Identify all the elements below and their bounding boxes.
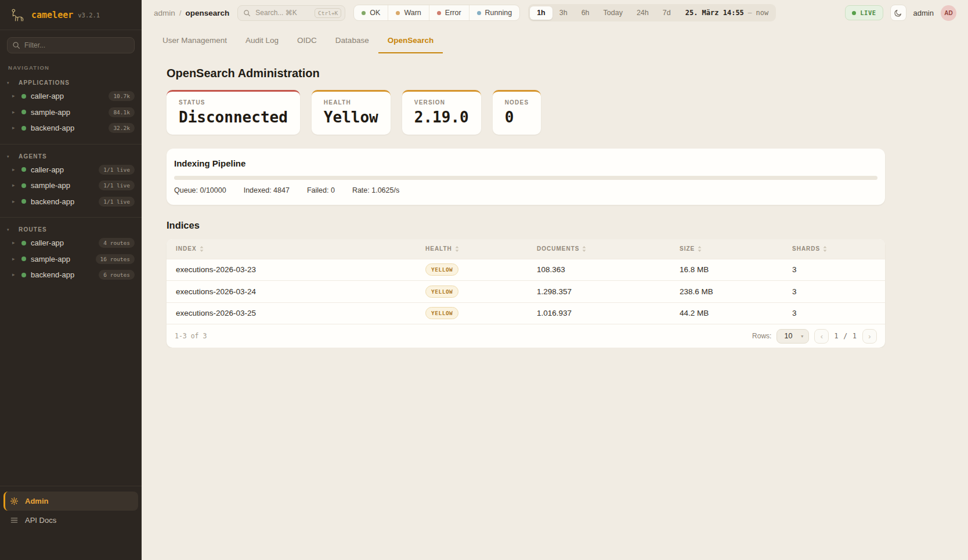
stat-value: Yellow xyxy=(324,109,378,126)
pipeline-progress-bar xyxy=(174,176,877,180)
time-range-3h[interactable]: 3h xyxy=(552,6,575,20)
sidebar-item-app-backend-app[interactable]: ▸ backend-app 32.2k xyxy=(0,120,142,136)
column-label: SHARDS xyxy=(792,245,820,252)
sidebar-item-route-backend-app[interactable]: ▸ backend-app 6 routes xyxy=(0,267,142,283)
tab-oidc[interactable]: OIDC xyxy=(288,30,326,53)
tab-opensearch[interactable]: OpenSearch xyxy=(378,30,443,53)
stat-cards: STATUS Disconnected HEALTH Yellow VERSIO… xyxy=(167,90,968,135)
running-dot-icon xyxy=(477,11,481,15)
main-area: admin / opensearch Ctrl+K OK Warn Error xyxy=(142,0,968,560)
sidebar-item-app-sample-app[interactable]: ▸ sample-app 84.1k xyxy=(0,104,142,121)
sidebar-item-agent-caller-app[interactable]: ▸ caller-app 1/1 live xyxy=(0,162,142,178)
brand-name: cameleer xyxy=(31,10,73,20)
sidebar: cameleer v3.2.1 NAVIGATION ▾ APPLICATION… xyxy=(0,0,142,560)
caret-down-icon: ▾ xyxy=(7,81,12,85)
range-dash: – xyxy=(748,9,752,17)
sidebar-item-route-caller-app[interactable]: ▸ caller-app 4 routes xyxy=(0,235,142,251)
sidebar-item-route-sample-app[interactable]: ▸ sample-app 16 routes xyxy=(0,251,142,268)
cell-index: executions-2026-03-25 xyxy=(167,309,416,317)
stat-card-status: STATUS Disconnected xyxy=(167,90,300,135)
status-filter-ok[interactable]: OK xyxy=(354,5,388,20)
search-shortcut-badge: Ctrl+K xyxy=(315,8,341,18)
pipeline-stat-queue: Queue: 0/10000 xyxy=(174,186,226,194)
time-range-today[interactable]: Today xyxy=(597,6,630,20)
search-input[interactable] xyxy=(254,8,311,17)
sidebar-section-agents: ▾ AGENTS ▸ caller-app 1/1 live ▸ sample-… xyxy=(0,144,142,218)
brand: cameleer v3.2.1 xyxy=(0,0,142,30)
sidebar-item-admin[interactable]: Admin xyxy=(3,492,138,511)
global-search[interactable]: Ctrl+K xyxy=(237,5,345,21)
sidebar-item-app-caller-app[interactable]: ▸ caller-app 10.7k xyxy=(0,88,142,104)
cell-shards: 3 xyxy=(783,309,885,317)
caret-down-icon: ▾ xyxy=(801,334,803,339)
item-badge: 84.1k xyxy=(109,107,135,117)
tab-audit-log[interactable]: Audit Log xyxy=(236,30,288,53)
cell-health: YELLOW xyxy=(416,307,528,319)
cell-documents: 108.363 xyxy=(528,265,670,274)
pipeline-stats: Queue: 0/10000 Indexed: 4847 Failed: 0 R… xyxy=(174,186,877,194)
item-label: backend-app xyxy=(31,124,74,132)
item-badge: 6 routes xyxy=(99,270,135,280)
time-range-6h[interactable]: 6h xyxy=(575,6,597,20)
pipeline-stat-indexed: Indexed: 4847 xyxy=(244,186,290,194)
range-start-datetime[interactable]: 25. März 14:55 xyxy=(685,9,744,17)
column-header-documents[interactable]: DOCUMENTS xyxy=(528,245,670,252)
status-filter-error[interactable]: Error xyxy=(429,5,469,20)
chevron-right-icon: ▸ xyxy=(12,125,17,131)
column-label: SIZE xyxy=(680,245,695,252)
chevron-right-icon: ▸ xyxy=(12,110,17,115)
table-row[interactable]: executions-2026-03-25 YELLOW 1.016.937 4… xyxy=(167,302,885,324)
section-label: ROUTES xyxy=(19,226,47,233)
column-header-health[interactable]: HEALTH xyxy=(416,245,528,252)
time-range-1h[interactable]: 1h xyxy=(530,6,552,20)
section-header-routes[interactable]: ▾ ROUTES xyxy=(0,224,142,235)
status-dot-icon xyxy=(21,94,26,99)
sidebar-filter xyxy=(7,37,135,53)
status-filter-running[interactable]: Running xyxy=(469,5,520,20)
section-header-agents[interactable]: ▾ AGENTS xyxy=(0,151,142,162)
live-badge[interactable]: LIVE xyxy=(845,5,883,20)
sidebar-item-agent-sample-app[interactable]: ▸ sample-app 1/1 live xyxy=(0,178,142,194)
cell-size: 16.8 MB xyxy=(670,265,783,274)
prev-page-button[interactable]: ‹ xyxy=(814,329,829,344)
sort-icon xyxy=(200,246,204,252)
section-header-applications[interactable]: ▾ APPLICATIONS xyxy=(0,77,142,88)
column-label: INDEX xyxy=(176,245,197,252)
column-header-shards[interactable]: SHARDS xyxy=(783,245,885,252)
column-header-index[interactable]: INDEX xyxy=(167,245,416,252)
time-range-7d[interactable]: 7d xyxy=(656,6,678,20)
search-icon xyxy=(12,41,20,49)
item-label: backend-app xyxy=(31,197,74,206)
table-row[interactable]: executions-2026-03-24 YELLOW 1.298.357 2… xyxy=(167,280,885,302)
breadcrumb-parent[interactable]: admin xyxy=(154,9,175,17)
pipeline-title: Indexing Pipeline xyxy=(174,158,877,168)
time-range-24h[interactable]: 24h xyxy=(630,6,656,20)
status-filter-warn[interactable]: Warn xyxy=(388,5,428,20)
rows-per-page-select[interactable]: 10 ▾ xyxy=(776,329,809,344)
next-page-button[interactable]: › xyxy=(862,329,877,344)
item-label: sample-app xyxy=(31,255,70,263)
item-badge: 1/1 live xyxy=(99,197,135,207)
stat-label: STATUS xyxy=(179,99,288,106)
gear-icon xyxy=(10,497,19,505)
caret-down-icon: ▾ xyxy=(7,154,12,158)
tab-user-management[interactable]: User Management xyxy=(153,30,236,53)
theme-toggle-button[interactable] xyxy=(890,5,906,21)
breadcrumb-current: opensearch xyxy=(186,9,230,17)
avatar-initials: AD xyxy=(944,10,952,16)
range-end-datetime[interactable]: now xyxy=(756,9,769,17)
sidebar-item-agent-backend-app[interactable]: ▸ backend-app 1/1 live xyxy=(0,194,142,210)
sidebar-item-api-docs[interactable]: API Docs xyxy=(3,511,138,530)
cell-documents: 1.016.937 xyxy=(528,309,670,317)
status-filter-group: OK Warn Error Running xyxy=(353,5,520,21)
filter-input[interactable] xyxy=(7,37,135,53)
tab-database[interactable]: Database xyxy=(326,30,378,53)
column-header-size[interactable]: SIZE xyxy=(670,245,783,252)
page-info: 1 / 1 xyxy=(834,332,857,340)
avatar[interactable]: AD xyxy=(941,5,956,21)
cell-size: 238.6 MB xyxy=(670,287,783,296)
stat-label: VERSION xyxy=(414,99,469,106)
stat-value: 2.19.0 xyxy=(414,109,469,126)
cell-health: YELLOW xyxy=(416,263,528,276)
table-row[interactable]: executions-2026-03-23 YELLOW 108.363 16.… xyxy=(167,259,885,281)
